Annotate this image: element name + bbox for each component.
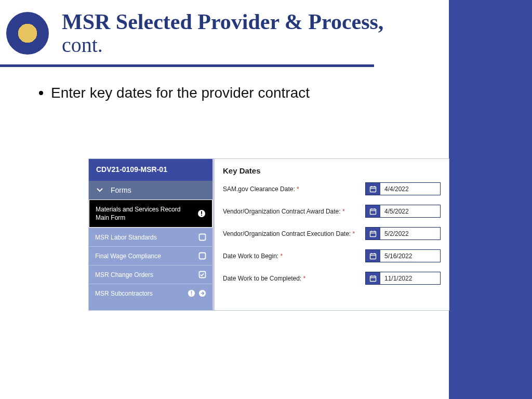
field-label: SAM.gov Clearance Date: * xyxy=(223,185,299,193)
field-execution-date: Vendor/Organization Contract Execution D… xyxy=(223,227,441,240)
date-value: 4/5/2022 xyxy=(380,205,440,217)
date-value: 5/2/2022 xyxy=(380,228,440,240)
field-work-completed: Date Work to be Completed: * 11/1/2022 xyxy=(223,272,441,285)
calendar-icon xyxy=(366,272,380,284)
date-input[interactable]: 5/2/2022 xyxy=(365,227,441,240)
date-value: 4/4/2022 xyxy=(380,183,440,195)
calendar-icon xyxy=(366,183,380,195)
calendar-icon xyxy=(366,228,380,240)
svg-rect-26 xyxy=(370,276,376,281)
svg-rect-10 xyxy=(370,187,376,192)
calendar-icon xyxy=(366,205,380,217)
sidebar-item-label: Final Wage Compliance xyxy=(95,252,161,260)
field-sam-clearance: SAM.gov Clearance Date: * 4/4/2022 xyxy=(223,182,441,195)
arrow-right-circle-icon xyxy=(198,289,206,297)
checkbox-empty-icon xyxy=(198,252,206,260)
sidebar-item-label: MSR Subcontractors xyxy=(95,290,153,297)
svg-rect-7 xyxy=(191,291,192,294)
svg-rect-14 xyxy=(370,209,376,214)
bullet-text: Enter key dates for the provider contrac… xyxy=(51,85,310,101)
alert-circle-icon xyxy=(188,289,195,297)
field-work-begin: Date Work to Begin: * 5/16/2022 xyxy=(223,249,441,262)
sidebar-item-subcontractors[interactable]: MSR Subcontractors xyxy=(89,284,212,302)
date-value: 11/1/2022 xyxy=(380,272,440,284)
svg-rect-4 xyxy=(200,253,206,259)
sidebar-item-active[interactable]: Materials and Services Record Main Form xyxy=(89,200,212,228)
svg-rect-1 xyxy=(201,211,202,215)
date-input[interactable]: 4/4/2022 xyxy=(365,182,441,195)
field-label: Vendor/Organization Contract Execution D… xyxy=(223,230,355,237)
right-accent-band xyxy=(449,0,532,399)
alert-circle-icon xyxy=(197,209,206,218)
sidebar-item-msr-labor[interactable]: MSR Labor Standards xyxy=(89,228,212,246)
title-block: MSR Selected Provider & Process, cont. xyxy=(62,10,383,56)
bullet-item: Enter key dates for the provider contrac… xyxy=(39,85,310,101)
sidebar-item-label: MSR Change Orders xyxy=(95,271,153,278)
field-label: Date Work to Begin: * xyxy=(223,252,283,260)
sidebar-item-change-orders[interactable]: MSR Change Orders xyxy=(89,265,212,284)
app-screenshot: CDV21-0109-MSR-01 Forms Materials and Se… xyxy=(88,158,449,311)
date-input[interactable]: 4/5/2022 xyxy=(365,205,441,218)
slide-header: MSR Selected Provider & Process, cont. xyxy=(6,10,437,56)
bullet-icon xyxy=(39,91,43,95)
calendar-icon xyxy=(366,250,380,262)
svg-rect-2 xyxy=(201,215,202,216)
case-id: CDV21-0109-MSR-01 xyxy=(89,159,212,181)
svg-rect-8 xyxy=(191,295,192,296)
sidebar: CDV21-0109-MSR-01 Forms Materials and Se… xyxy=(89,159,212,310)
sidebar-section-forms[interactable]: Forms xyxy=(89,181,212,200)
sidebar-item-label: MSR Labor Standards xyxy=(95,234,157,241)
sidebar-section-label: Forms xyxy=(111,186,131,194)
svg-rect-22 xyxy=(370,254,376,259)
svg-rect-3 xyxy=(200,234,206,241)
section-heading: Key Dates xyxy=(223,166,441,175)
svg-rect-18 xyxy=(370,231,376,236)
field-label: Date Work to be Completed: * xyxy=(223,275,305,282)
checkbox-checked-icon xyxy=(198,271,206,278)
date-input[interactable]: 5/16/2022 xyxy=(365,249,441,262)
agency-seal-icon xyxy=(6,12,49,55)
main-panel: Key Dates SAM.gov Clearance Date: * 4/4/… xyxy=(215,159,449,310)
page-subtitle: cont. xyxy=(62,34,383,56)
sidebar-item-label: Materials and Services Record Main Form xyxy=(96,205,184,222)
sidebar-item-final-wage[interactable]: Final Wage Compliance xyxy=(89,246,212,265)
alert-arrow-icons xyxy=(188,289,206,297)
date-input[interactable]: 11/1/2022 xyxy=(365,272,441,285)
page-title: MSR Selected Provider & Process, xyxy=(62,10,383,33)
field-label: Vendor/Organization Contract Award Date:… xyxy=(223,208,345,215)
date-value: 5/16/2022 xyxy=(380,250,440,262)
checkbox-empty-icon xyxy=(198,233,206,241)
chevron-down-icon xyxy=(96,187,103,194)
field-award-date: Vendor/Organization Contract Award Date:… xyxy=(223,205,441,218)
header-rule xyxy=(0,64,374,67)
